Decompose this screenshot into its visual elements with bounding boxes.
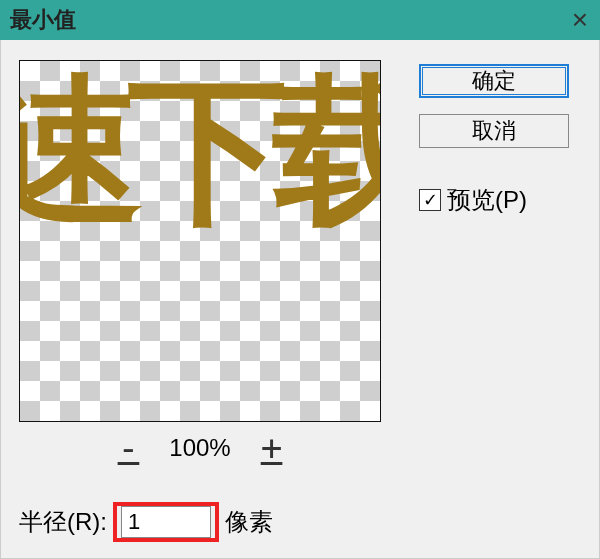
right-column: 确定 取消 ✓ 预览(P) [419,60,569,540]
dialog-title: 最小值 [10,5,76,35]
zoom-level: 100% [169,434,230,462]
radius-unit: 像素 [225,506,273,538]
zoom-in-button[interactable]: + [261,430,283,466]
radius-row: 半径(R): 像素 [19,502,273,542]
titlebar: 最小值 × [0,0,600,40]
zoom-out-button[interactable]: - [118,430,140,466]
cancel-button[interactable]: 取消 [419,114,569,148]
preview-area[interactable]: 速下载 [19,60,381,422]
preview-checkbox-row[interactable]: ✓ 预览(P) [419,184,569,216]
zoom-controls: - 100% + [118,430,283,466]
ok-button[interactable]: 确定 [419,64,569,98]
dialog-body: 速下载 - 100% + 确定 取消 ✓ 预览(P) 半径(R): 像素 [0,40,600,559]
left-column: 速下载 - 100% + [19,60,381,540]
close-icon[interactable]: × [572,4,588,36]
preview-checkbox-label: 预览(P) [447,184,527,216]
radius-input[interactable] [121,506,211,538]
radius-input-highlight [113,502,219,542]
preview-sample-text: 速下载 [19,61,381,240]
preview-checkbox[interactable]: ✓ [419,189,441,211]
radius-label: 半径(R): [19,506,107,538]
